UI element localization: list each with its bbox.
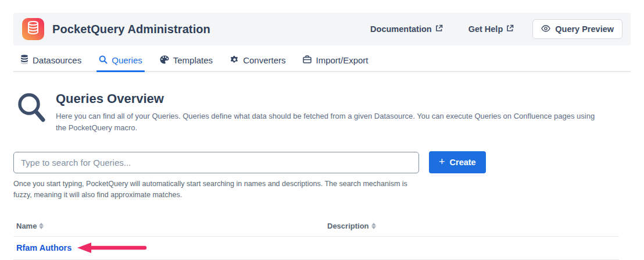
search-row: + Create	[13, 151, 631, 173]
query-preview-button[interactable]: Query Preview	[532, 19, 622, 39]
pocketquery-logo	[22, 18, 44, 40]
palette-icon	[160, 55, 169, 66]
tab-datasources[interactable]: Datasources	[19, 52, 83, 71]
get-help-link[interactable]: Get Help	[468, 24, 514, 34]
database-icon	[20, 55, 28, 66]
create-query-button[interactable]: + Create	[429, 151, 486, 173]
documentation-link-label: Documentation	[370, 24, 432, 34]
documentation-link[interactable]: Documentation	[370, 24, 443, 34]
column-header-name[interactable]: Name	[16, 222, 327, 230]
tab-import-export-label: Import/Export	[316, 55, 368, 65]
query-link-rfam-authors[interactable]: Rfam Authors	[16, 243, 71, 252]
query-search-input[interactable]	[13, 152, 419, 173]
query-preview-label: Query Preview	[555, 24, 614, 34]
gear-icon	[230, 55, 239, 66]
sort-icon	[371, 223, 376, 229]
tab-converters-label: Converters	[243, 55, 285, 65]
queries-table: Name Description Rfam Authors	[13, 222, 631, 260]
tab-templates[interactable]: Templates	[159, 52, 214, 71]
sort-icon	[39, 223, 44, 229]
header: PocketQuery Administration Documentation…	[13, 13, 631, 45]
section-description: Here you can find all of your Queries. Q…	[56, 111, 598, 134]
briefcase-icon	[303, 55, 312, 65]
get-help-link-label: Get Help	[468, 24, 503, 34]
tab-queries-label: Queries	[112, 55, 142, 65]
description-column-label: Description	[327, 222, 369, 230]
name-column-label: Name	[16, 222, 37, 230]
section-title: Queries Overview	[56, 91, 598, 106]
pocketquery-admin-page: PocketQuery Administration Documentation…	[0, 0, 644, 260]
search-help-text: Once you start typing, PocketQuery will …	[13, 179, 424, 201]
column-header-description[interactable]: Description	[327, 222, 376, 230]
search-icon	[99, 55, 108, 66]
page-title: PocketQuery Administration	[52, 23, 210, 36]
external-link-icon	[506, 24, 514, 34]
external-link-icon	[435, 24, 443, 34]
create-button-label: Create	[450, 158, 476, 167]
tab-datasources-label: Datasources	[33, 55, 81, 65]
tab-templates-label: Templates	[173, 55, 213, 65]
table-row: Rfam Authors	[13, 237, 631, 259]
tab-converters[interactable]: Converters	[229, 52, 287, 71]
tab-queries[interactable]: Queries	[98, 52, 144, 71]
tab-import-export[interactable]: Import/Export	[302, 52, 369, 71]
eye-icon	[541, 24, 550, 34]
admin-tabbar: Datasources Queries Templates	[13, 52, 631, 72]
annotation-arrow-icon	[77, 242, 148, 254]
magnifier-icon	[16, 92, 46, 134]
database-logo-icon	[27, 21, 40, 37]
plus-icon: +	[439, 156, 445, 167]
queries-overview-section: Queries Overview Here you can find all o…	[13, 91, 631, 134]
table-header-row: Name Description	[13, 222, 631, 236]
